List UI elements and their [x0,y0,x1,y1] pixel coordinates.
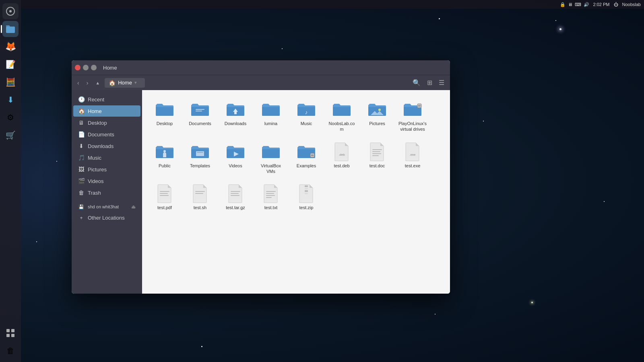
file-area: Desktop Documents [142,90,450,294]
documents-sidebar-icon: 📄 [78,131,85,138]
file-item-examples[interactable]: ✏ Examples [290,139,322,178]
dock-apps[interactable] [2,325,19,341]
dock-amazon[interactable]: 🛒 [2,127,19,143]
svg-rect-6 [11,334,14,337]
file-item-test-deb[interactable]: .deb test.deb [326,139,358,178]
file-item-music[interactable]: ♪ Music [290,97,322,136]
svg-text:♪: ♪ [305,109,308,115]
svg-rect-25 [372,155,379,156]
folder-icon-playonlinux: ✏ [403,100,422,119]
sidebar-item-videos[interactable]: 🎬 Videos [73,175,140,187]
sidebar-label-pictures: Pictures [88,167,107,173]
sidebar-item-documents[interactable]: 📄 Documents [73,129,140,140]
file-item-test-tar-gz[interactable]: test.tar.gz [219,181,252,214]
videos-sidebar-icon: 🎬 [78,178,85,184]
close-button[interactable] [75,65,80,70]
file-item-playonlinux[interactable]: ✏ PlayOnLinux's virtual drives [396,97,429,136]
svg-point-15 [163,150,166,152]
file-item-test-sh[interactable]: test.sh [184,181,216,214]
menu-button[interactable]: ☰ [436,77,447,88]
nav-actions: 🔍 ⊞ ☰ [410,77,447,88]
files-icon [5,23,16,35]
file-item-test-doc[interactable]: test.doc [361,139,393,178]
sidebar-item-downloads[interactable]: ⬇ Downloads [73,140,140,152]
sidebar-item-network[interactable]: 💾 shd on whit3hat ⏏ [73,202,140,212]
file-label-public: Public [159,163,171,169]
sidebar-item-desktop[interactable]: 🖥 Desktop [73,117,140,128]
sidebar-label-downloads: Downloads [88,143,114,149]
sidebar-item-trash[interactable]: 🗑 Trash [73,187,140,198]
music-sidebar-icon: 🎵 [78,154,85,161]
file-item-test-pdf[interactable]: test.pdf [149,181,181,214]
sidebar-item-home[interactable]: 🏠 Home [73,105,140,117]
file-item-test-txt[interactable]: test.txt [255,181,287,214]
svg-rect-23 [372,151,380,152]
folder-icon-documents [190,100,210,119]
eject-button[interactable]: ⏏ [131,204,136,210]
svg-text:✏: ✏ [418,104,421,108]
dock-settings[interactable]: ⚙ [2,109,19,125]
sidebar-network-section: 💾 shd on whit3hat ⏏ + Other Locations [72,202,142,223]
file-label-test-exe: test.exe [405,163,421,169]
window-title: Home [103,65,117,71]
sidebar-item-other-locations[interactable]: + Other Locations [73,212,140,223]
svg-point-1 [9,10,12,12]
maximize-button[interactable] [91,65,97,70]
dock-firefox[interactable]: 🦊 [2,39,19,55]
file-item-desktop[interactable]: Desktop [149,97,181,136]
svg-rect-17 [197,152,203,153]
svg-rect-4 [11,329,14,332]
dock-calc[interactable]: 🧮 [2,74,19,90]
dock-files[interactable] [2,21,19,37]
file-item-test-zip[interactable]: test.zip [290,181,322,214]
navbar: ‹ › ▲ 🏠 Home ▾ 🔍 ⊞ ☰ [72,75,450,90]
file-label-test-deb: test.deb [334,163,349,169]
svg-rect-5 [6,334,10,337]
file-item-lumina[interactable]: lumina [255,97,287,136]
file-label-playonlinux: PlayOnLinux's virtual drives [398,121,427,132]
home-icon: 🏠 [78,108,85,114]
view-toggle-button[interactable]: ⊞ [425,77,435,88]
folder-icon-desktop [155,100,174,119]
location-bar[interactable]: 🏠 Home ▾ [105,78,145,88]
file-label-examples: Examples [297,163,316,169]
file-item-virtualbox[interactable]: VirtualBox VMs [255,139,287,178]
folder-icon-templates [190,142,210,161]
dock-system[interactable] [2,3,19,19]
file-icon-pdf [156,184,173,203]
sidebar-item-pictures[interactable]: 🖼 Pictures [73,164,140,175]
system-tray-icons: 🔒 🖥 ⌨ 🔊 [560,2,589,7]
file-label-virtualbox: VirtualBox VMs [256,163,285,175]
sidebar-item-recent[interactable]: 🕐 Recent [73,94,140,105]
up-button[interactable]: ▲ [93,79,102,87]
file-item-pictures[interactable]: Pictures [361,97,393,136]
dock-trash[interactable]: 🗑 [2,343,19,359]
folder-icon-downloads [226,100,245,119]
file-item-noobslab[interactable]: NoobsLab.com [326,97,358,136]
file-item-videos[interactable]: Videos [219,139,252,178]
file-item-public[interactable]: Public [149,139,181,178]
network-icon: 💾 [78,204,85,210]
svg-rect-27 [160,191,169,192]
dock-downloads[interactable]: ⬇ [2,92,19,108]
file-item-templates[interactable]: Templates [184,139,216,178]
back-button[interactable]: ‹ [75,78,82,88]
sidebar-label-home: Home [88,108,102,114]
dock-notes[interactable]: 📝 [2,56,19,72]
sidebar-label-videos: Videos [88,178,104,184]
folder-icon-music: ♪ [297,100,316,119]
sidebar-label-trash: Trash [88,190,101,196]
sidebar: 🕐 Recent 🏠 Home 🖥 Desktop 📄 Documents ⬇ … [72,90,142,294]
file-item-downloads[interactable]: Downloads [219,97,252,136]
file-item-test-exe[interactable]: .exe test.exe [396,139,429,178]
file-icon-doc [368,142,386,161]
pictures-sidebar-icon: 🖼 [78,166,85,173]
forward-button[interactable]: › [84,78,91,88]
location-home-icon: 🏠 [109,80,116,86]
minimize-button[interactable] [83,65,89,70]
sidebar-item-music[interactable]: 🎵 Music [73,152,140,163]
svg-rect-32 [231,191,240,192]
file-item-documents[interactable]: Documents [184,97,216,136]
search-button[interactable]: 🔍 [410,77,423,88]
file-label-noobslab: NoobsLab.com [327,121,356,132]
